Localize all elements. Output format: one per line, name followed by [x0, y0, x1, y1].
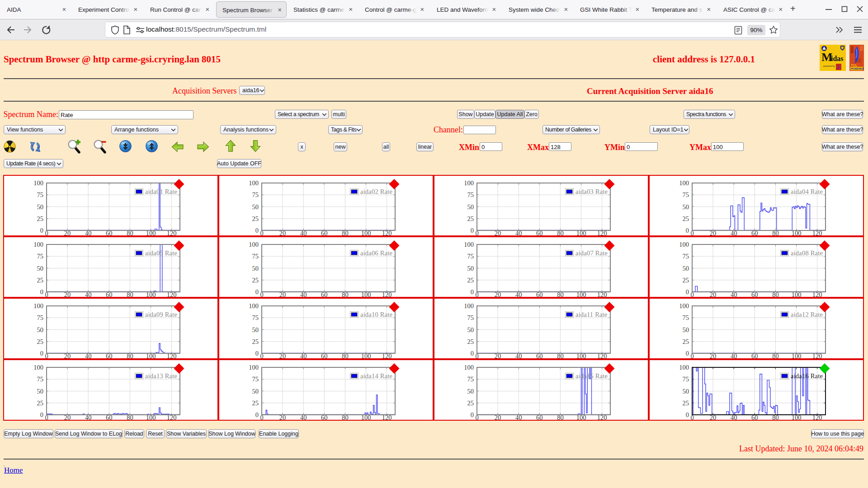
svg-text:25: 25 [37, 338, 44, 345]
svg-text:20: 20 [64, 352, 71, 360]
svg-text:20: 20 [495, 291, 501, 298]
svg-text:POWERED: POWERED [851, 67, 863, 70]
svg-text:120: 120 [382, 414, 392, 421]
svg-text:0: 0 [690, 291, 693, 298]
svg-text:0: 0 [45, 352, 48, 360]
svg-text:100: 100 [146, 291, 156, 298]
svg-text:40: 40 [515, 414, 522, 421]
svg-text:25: 25 [467, 338, 474, 345]
svg-text:0: 0 [475, 352, 478, 360]
svg-text:aida04 Rate: aida04 Rate [791, 188, 823, 195]
svg-text:80: 80 [772, 230, 779, 237]
svg-text:100: 100 [361, 291, 371, 298]
svg-text:80: 80 [342, 352, 349, 360]
svg-text:50: 50 [683, 388, 689, 395]
svg-text:60: 60 [751, 414, 758, 421]
svg-text:75: 75 [467, 253, 474, 260]
svg-text:50: 50 [252, 203, 259, 211]
svg-text:50: 50 [467, 203, 474, 211]
svg-text:120: 120 [812, 230, 822, 237]
svg-text:25: 25 [37, 277, 44, 284]
svg-text:75: 75 [467, 314, 474, 321]
svg-text:100: 100 [361, 414, 371, 421]
svg-text:40: 40 [731, 291, 737, 298]
svg-text:120: 120 [382, 352, 392, 360]
svg-text:40: 40 [515, 352, 522, 360]
svg-text:60: 60 [106, 230, 113, 237]
svg-text:aida05 Rate: aida05 Rate [145, 249, 177, 257]
svg-text:0: 0 [686, 350, 689, 357]
svg-text:100: 100 [576, 230, 586, 237]
svg-text:75: 75 [37, 253, 44, 260]
svg-text:120: 120 [597, 414, 607, 421]
svg-text:20: 20 [64, 414, 71, 421]
svg-text:0: 0 [260, 414, 263, 421]
svg-text:75: 75 [252, 191, 259, 198]
svg-text:60: 60 [536, 414, 543, 421]
svg-text:40: 40 [731, 414, 737, 421]
svg-text:25: 25 [683, 215, 689, 222]
svg-text:60: 60 [536, 352, 543, 360]
svg-text:0: 0 [45, 230, 48, 237]
svg-text:25: 25 [37, 399, 44, 407]
svg-text:60: 60 [321, 414, 328, 421]
svg-text:50: 50 [252, 388, 259, 395]
svg-text:20: 20 [710, 291, 717, 298]
svg-text:120: 120 [167, 414, 177, 421]
svg-text:40: 40 [300, 414, 307, 421]
svg-text:75: 75 [252, 375, 259, 383]
svg-text:75: 75 [683, 191, 689, 198]
svg-text:50: 50 [683, 203, 689, 211]
svg-text:75: 75 [683, 314, 689, 321]
svg-text:20: 20 [710, 352, 717, 360]
svg-text:0: 0 [255, 411, 259, 418]
svg-text:0: 0 [475, 414, 478, 421]
svg-text:40: 40 [300, 291, 307, 298]
svg-text:0: 0 [40, 227, 43, 234]
svg-text:25: 25 [252, 215, 259, 222]
svg-text:100: 100 [33, 241, 43, 248]
svg-text:20: 20 [279, 414, 286, 421]
svg-text:aida15 Rate: aida15 Rate [576, 372, 608, 380]
svg-text:aida11 Rate: aida11 Rate [576, 311, 608, 318]
svg-text:100: 100 [679, 302, 689, 310]
svg-text:100: 100 [679, 179, 689, 187]
svg-text:50: 50 [683, 265, 689, 272]
svg-text:60: 60 [321, 291, 328, 298]
svg-text:25: 25 [467, 399, 474, 407]
svg-text:20: 20 [495, 230, 501, 237]
svg-text:60: 60 [536, 230, 543, 237]
svg-text:40: 40 [300, 230, 307, 237]
svg-text:100: 100 [33, 364, 43, 371]
svg-text:120: 120 [167, 352, 177, 360]
svg-text:80: 80 [557, 414, 564, 421]
svg-text:100: 100 [361, 230, 371, 237]
svg-text:100: 100 [249, 364, 259, 371]
svg-text:0: 0 [260, 230, 263, 237]
svg-text:60: 60 [106, 414, 113, 421]
svg-text:120: 120 [382, 230, 392, 237]
svg-text:60: 60 [106, 291, 113, 298]
svg-text:0: 0 [471, 411, 474, 418]
svg-text:100: 100 [679, 364, 689, 371]
svg-text:60: 60 [751, 230, 758, 237]
svg-text:60: 60 [106, 352, 113, 360]
svg-text:aida10 Rate: aida10 Rate [360, 311, 392, 318]
svg-text:20: 20 [279, 291, 286, 298]
svg-text:20: 20 [64, 230, 71, 237]
svg-text:120: 120 [597, 352, 607, 360]
svg-text:40: 40 [731, 352, 737, 360]
svg-text:0: 0 [45, 291, 48, 298]
svg-text:100: 100 [792, 352, 802, 360]
svg-text:100: 100 [249, 179, 259, 187]
svg-text:aida02 Rate: aida02 Rate [360, 188, 392, 195]
svg-text:120: 120 [597, 230, 607, 237]
svg-text:25: 25 [252, 338, 259, 345]
svg-text:100: 100 [146, 230, 156, 237]
svg-text:25: 25 [683, 399, 689, 407]
svg-text:75: 75 [252, 253, 259, 260]
svg-text:0: 0 [40, 350, 43, 357]
svg-text:0: 0 [475, 230, 478, 237]
svg-text:80: 80 [342, 414, 349, 421]
svg-text:80: 80 [127, 352, 133, 360]
